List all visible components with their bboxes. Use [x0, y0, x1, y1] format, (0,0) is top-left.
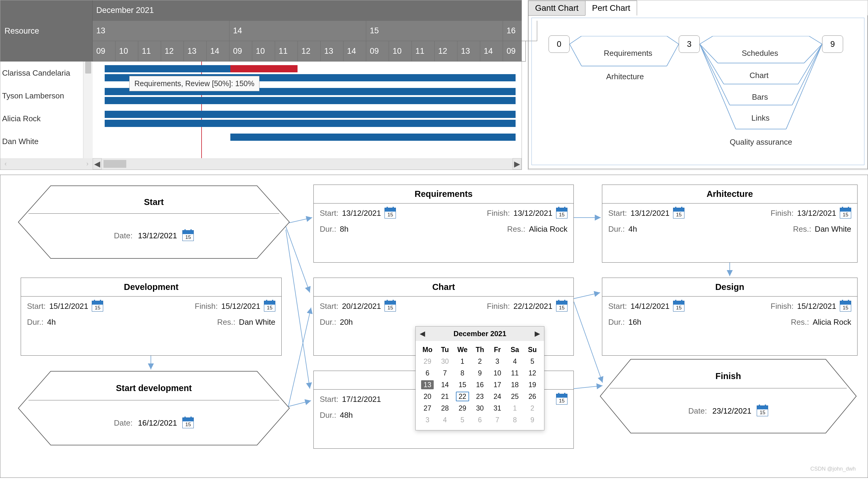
- calendar-day[interactable]: 15: [454, 379, 471, 391]
- calendar-day[interactable]: 1: [454, 356, 471, 367]
- pert-node-3[interactable]: 3: [679, 35, 700, 53]
- calendar-day[interactable]: 4: [436, 414, 454, 426]
- calendar-icon[interactable]: 15: [556, 208, 567, 218]
- calendar-day[interactable]: 29: [419, 356, 436, 367]
- calendar-day[interactable]: 10: [489, 367, 506, 379]
- calendar-day[interactable]: 12: [524, 367, 541, 379]
- calendar-day[interactable]: 9: [524, 414, 541, 426]
- calendar-day[interactable]: 19: [524, 379, 541, 391]
- task-chart-title: Chart: [314, 278, 574, 297]
- task-requirements-finish: 13/12/2021: [514, 209, 553, 218]
- calendar-icon[interactable]: 15: [673, 301, 684, 311]
- calendar-prev-month[interactable]: ◀: [420, 330, 425, 338]
- gantt-hscroll-left[interactable]: ◀: [93, 158, 102, 170]
- gantt-bar[interactable]: [230, 65, 298, 72]
- calendar-day[interactable]: 18: [506, 379, 523, 391]
- calendar-day[interactable]: 8: [506, 414, 523, 426]
- calendar-icon[interactable]: 15: [673, 208, 684, 218]
- calendar-day[interactable]: 28: [436, 402, 454, 414]
- task-requirements[interactable]: Requirements Start:13/12/202115 Finish:1…: [313, 185, 574, 263]
- calendar-day[interactable]: 14: [436, 379, 454, 391]
- svg-line-20: [786, 44, 822, 129]
- task-design[interactable]: Design Start:14/12/202115 Finish:15/12/2…: [602, 278, 858, 356]
- calendar-day[interactable]: 17: [489, 379, 506, 391]
- gantt-day-header: 13: [93, 21, 229, 41]
- calendar-day[interactable]: 1: [506, 402, 523, 414]
- calendar-day[interactable]: 29: [454, 402, 471, 414]
- calendar-day[interactable]: 5: [454, 414, 471, 426]
- gantt-resource-row[interactable]: Dan White: [0, 130, 93, 153]
- calendar-dow: Fr: [489, 344, 506, 356]
- calendar-icon[interactable]: 15: [840, 208, 851, 218]
- calendar-day[interactable]: 3: [419, 414, 436, 426]
- calendar-day[interactable]: 30: [471, 402, 489, 414]
- calendar-day[interactable]: 21: [436, 391, 454, 402]
- calendar-day[interactable]: 6: [419, 367, 436, 379]
- calendar-day[interactable]: 5: [524, 356, 541, 367]
- calendar-icon[interactable]: 15: [384, 208, 396, 218]
- calendar-icon[interactable]: 15: [556, 301, 567, 311]
- calendar-day[interactable]: 7: [436, 367, 454, 379]
- calendar-day[interactable]: 22: [454, 391, 471, 402]
- calendar-icon[interactable]: 15: [840, 301, 851, 311]
- calendar-day[interactable]: 16: [471, 379, 489, 391]
- gantt-bar[interactable]: [105, 111, 516, 118]
- calendar-day[interactable]: 24: [489, 391, 506, 402]
- gantt-hscroll-right[interactable]: ▶: [513, 158, 522, 170]
- task-development[interactable]: Development Start:15/12/202115 Finish:15…: [21, 278, 282, 356]
- calendar-day[interactable]: 7: [489, 414, 506, 426]
- pert-node-0[interactable]: 0: [549, 35, 569, 53]
- pert-node-9[interactable]: 9: [822, 35, 843, 53]
- calendar-icon[interactable]: 15: [757, 406, 768, 416]
- calendar-icon[interactable]: 15: [182, 230, 194, 241]
- calendar-day[interactable]: 4: [506, 356, 523, 367]
- svg-line-11: [804, 44, 822, 63]
- calendar-icon[interactable]: 15: [556, 394, 567, 405]
- pert-overview-panel: Gantt Chart Pert Chart 0 3 9: [528, 0, 868, 170]
- calendar-popup[interactable]: ◀ December 2021 ▶ MoTuWeThFrSaSu29301234…: [415, 326, 545, 430]
- gantt-vertical-scrollbar[interactable]: [83, 62, 93, 158]
- svg-line-8: [809, 36, 822, 44]
- gantt-bar[interactable]: [105, 65, 230, 72]
- task-architecture-finish: 13/12/2021: [797, 209, 836, 218]
- gantt-data-row[interactable]: [93, 130, 522, 153]
- gantt-left-footer-scroll[interactable]: ‹›: [0, 158, 93, 170]
- calendar-day[interactable]: 31: [489, 402, 506, 414]
- calendar-day[interactable]: 20: [419, 391, 436, 402]
- calendar-day[interactable]: 27: [419, 402, 436, 414]
- svg-line-15: [700, 44, 730, 105]
- gantt-resource-row[interactable]: Clarissa Candelaria: [0, 62, 93, 84]
- calendar-icon[interactable]: 15: [92, 301, 103, 311]
- gantt-bar[interactable]: [230, 133, 516, 141]
- calendar-day[interactable]: 3: [489, 356, 506, 367]
- calendar-day[interactable]: 8: [454, 367, 471, 379]
- calendar-day[interactable]: 2: [471, 356, 489, 367]
- calendar-day[interactable]: 26: [524, 391, 541, 402]
- milestone-finish[interactable]: Finish Date: 23/12/2021 15: [599, 359, 857, 434]
- tab-pert-chart[interactable]: Pert Chart: [585, 1, 637, 16]
- svg-line-12: [700, 44, 724, 84]
- gantt-hscroll-track[interactable]: [102, 158, 513, 170]
- milestone-start-development[interactable]: Start development Date: 16/12/2021 15: [18, 371, 290, 446]
- gantt-data-row[interactable]: [93, 107, 522, 130]
- gantt-bar[interactable]: [105, 120, 516, 127]
- tab-gantt-chart[interactable]: Gantt Chart: [528, 1, 586, 16]
- calendar-day[interactable]: 13: [419, 379, 436, 391]
- gantt-bar[interactable]: [105, 97, 516, 104]
- milestone-start[interactable]: Start Date: 13/12/2021 15: [18, 185, 290, 259]
- calendar-day[interactable]: 2: [524, 402, 541, 414]
- task-architecture[interactable]: Arhitecture Start:13/12/202115 Finish:13…: [602, 185, 858, 263]
- calendar-icon[interactable]: 15: [264, 301, 275, 311]
- calendar-day[interactable]: 25: [506, 391, 523, 402]
- calendar-icon[interactable]: 15: [182, 417, 194, 428]
- task-chart-finish: 22/12/2021: [514, 302, 553, 311]
- calendar-icon[interactable]: 15: [384, 301, 396, 311]
- calendar-day[interactable]: 23: [471, 391, 489, 402]
- calendar-next-month[interactable]: ▶: [535, 330, 540, 338]
- calendar-day[interactable]: 9: [471, 367, 489, 379]
- calendar-day[interactable]: 11: [506, 367, 523, 379]
- gantt-resource-row[interactable]: Tyson Lamberson: [0, 84, 93, 107]
- calendar-day[interactable]: 30: [436, 356, 454, 367]
- gantt-resource-row[interactable]: Alicia Rock: [0, 107, 93, 130]
- calendar-day[interactable]: 6: [471, 414, 489, 426]
